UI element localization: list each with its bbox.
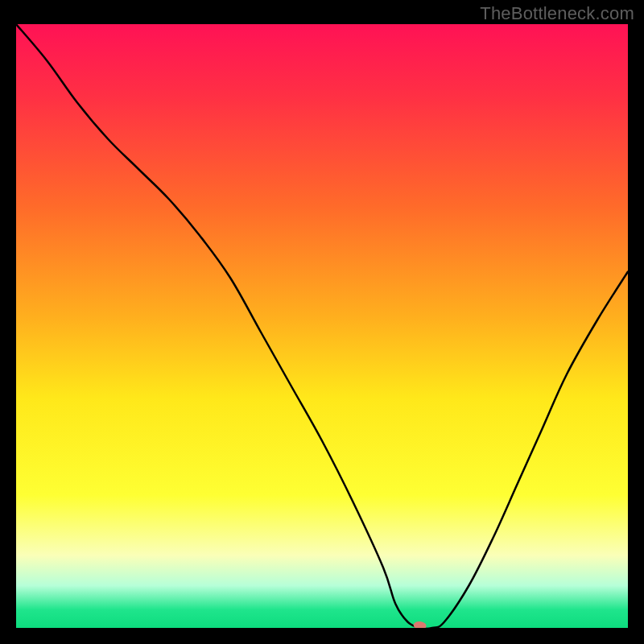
chart-frame: TheBottleneck.com <box>0 0 644 644</box>
bottleneck-chart <box>16 24 628 628</box>
watermark-text: TheBottleneck.com <box>480 3 634 24</box>
chart-background <box>16 24 628 628</box>
chart-svg <box>16 24 628 628</box>
